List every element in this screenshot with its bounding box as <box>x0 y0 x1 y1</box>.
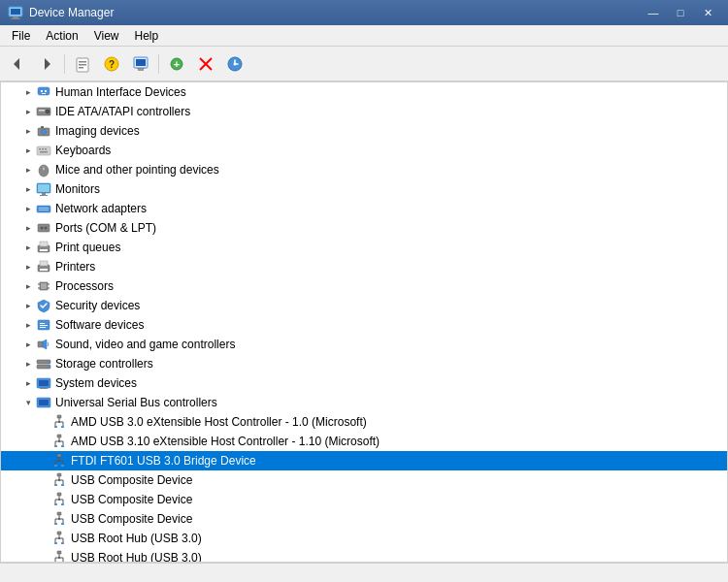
sound-icon <box>36 337 51 352</box>
svg-rect-27 <box>39 110 45 112</box>
svg-rect-41 <box>38 184 50 192</box>
back-button[interactable] <box>4 50 31 78</box>
svg-rect-45 <box>39 208 49 209</box>
svg-point-123 <box>58 518 60 520</box>
tree-item-storage[interactable]: ▸Storage controllers <box>1 354 727 373</box>
tree-item-sound[interactable]: ▸Sound, video and game controllers <box>1 335 727 354</box>
svg-point-107 <box>58 479 60 481</box>
tree-item-usb-comp-3[interactable]: USB Composite Device <box>1 509 727 529</box>
tree-label: Human Interface Devices <box>55 85 186 99</box>
svg-text:+: + <box>174 58 180 70</box>
system-icon <box>36 375 51 391</box>
printer-icon <box>36 259 51 275</box>
tree-item-usb-comp-1[interactable]: USB Composite Device <box>1 470 727 490</box>
svg-rect-7 <box>79 61 86 63</box>
svg-rect-47 <box>38 224 50 232</box>
update-driver-button[interactable] <box>221 50 248 78</box>
tree-chevron: ▸ <box>20 181 36 197</box>
tree-chevron: ▸ <box>20 375 36 391</box>
tree-item-print-queues[interactable]: ▸Print queues <box>1 238 727 257</box>
toolbar-sep-1 <box>64 54 65 74</box>
menu-view[interactable]: View <box>86 27 127 45</box>
tree-item-human-interface[interactable]: ▸Human Interface Devices <box>1 82 727 102</box>
tree-item-mice[interactable]: ▸Mice and other pointing devices <box>1 160 727 179</box>
window-controls: — □ ✕ <box>641 3 720 22</box>
svg-rect-97 <box>54 465 57 467</box>
status-bar <box>0 563 728 582</box>
tree-chevron: ▸ <box>20 278 36 294</box>
tree-chevron <box>36 472 51 488</box>
tree-item-ide-ata[interactable]: ▸IDE ATA/ATAPI controllers <box>1 102 727 121</box>
device-tree[interactable]: ▸Human Interface Devices▸IDE ATA/ATAPI c… <box>0 81 728 563</box>
svg-rect-1 <box>11 9 20 15</box>
tree-item-usb-comp-2[interactable]: USB Composite Device <box>1 490 727 509</box>
tree-item-usb-root-1[interactable]: USB Root Hub (USB 3.0) <box>1 529 727 548</box>
svg-rect-63 <box>40 323 45 324</box>
minimize-button[interactable]: — <box>641 3 666 22</box>
svg-rect-57 <box>41 283 47 289</box>
tree-item-processors[interactable]: ▸Processors <box>1 276 727 296</box>
svg-rect-42 <box>42 193 46 195</box>
tree-chevron: ▸ <box>20 143 36 158</box>
tree-item-usb-root-2[interactable]: USB Root Hub (USB 3.0) <box>1 548 727 563</box>
software-icon <box>36 317 51 333</box>
security-icon <box>36 298 51 313</box>
tree-item-system[interactable]: ▸System devices <box>1 373 727 393</box>
tree-item-monitors[interactable]: ▸Monitors <box>1 179 727 199</box>
tree-item-keyboards[interactable]: ▸Keyboards <box>1 141 727 160</box>
svg-point-70 <box>47 366 49 368</box>
tree-label: USB Composite Device <box>71 512 192 526</box>
remove-device-button[interactable] <box>192 50 219 78</box>
svg-rect-75 <box>39 400 49 405</box>
svg-rect-23 <box>41 90 43 92</box>
svg-rect-130 <box>61 542 64 544</box>
svg-rect-43 <box>40 195 48 196</box>
menu-help[interactable]: Help <box>127 27 167 45</box>
tree-label: Imaging devices <box>55 124 140 138</box>
usb-device-icon <box>51 453 67 469</box>
tree-item-security[interactable]: ▸Security devices <box>1 296 727 315</box>
tree-chevron: ▸ <box>20 317 36 333</box>
menu-action[interactable]: Action <box>38 27 85 45</box>
svg-rect-81 <box>54 426 57 428</box>
svg-rect-106 <box>61 484 64 486</box>
tree-item-ftdi[interactable]: FTDI FT601 USB 3.0 Bridge Device <box>1 451 727 470</box>
tree-item-printers[interactable]: ▸Printers <box>1 257 727 276</box>
tree-chevron: ▸ <box>20 259 36 275</box>
tree-label: USB Composite Device <box>71 473 192 487</box>
tree-label: System devices <box>55 376 137 390</box>
tree-label: Universal Serial Bus controllers <box>55 396 217 409</box>
tree-item-ports[interactable]: ▸Ports (COM & LPT) <box>1 218 727 238</box>
tree-item-amd-30[interactable]: AMD USB 3.0 eXtensible Host Controller -… <box>1 412 727 432</box>
forward-button[interactable] <box>33 50 60 78</box>
svg-rect-90 <box>61 445 64 447</box>
svg-point-69 <box>47 361 49 363</box>
svg-point-28 <box>46 110 50 113</box>
tree-item-imaging[interactable]: ▸Imaging devices <box>1 121 727 141</box>
svg-rect-15 <box>138 69 144 71</box>
tree-item-amd-310[interactable]: AMD USB 3.10 eXtensible Host Controller … <box>1 432 727 451</box>
svg-rect-121 <box>54 523 57 525</box>
svg-point-115 <box>58 499 60 501</box>
tree-chevron: ▸ <box>20 104 36 119</box>
svg-rect-105 <box>54 484 57 486</box>
svg-rect-3 <box>11 18 20 19</box>
properties-small-button[interactable] <box>69 50 96 78</box>
tree-item-network[interactable]: ▸Network adapters <box>1 199 727 218</box>
tree-item-usb[interactable]: ▾Universal Serial Bus controllers <box>1 393 727 412</box>
close-button[interactable]: ✕ <box>695 3 720 22</box>
usb-device-icon <box>51 434 67 449</box>
svg-rect-34 <box>42 148 44 150</box>
menu-file[interactable]: File <box>4 27 38 45</box>
maximize-button[interactable]: □ <box>668 3 693 22</box>
toolbar-sep-2 <box>158 54 159 74</box>
tree-label: USB Composite Device <box>71 493 192 506</box>
tree-label: Printers <box>55 260 95 274</box>
add-device-button[interactable]: + <box>163 50 190 78</box>
help-button[interactable]: ? <box>98 50 125 78</box>
svg-marker-5 <box>45 58 50 70</box>
svg-rect-25 <box>42 93 46 94</box>
svg-rect-51 <box>40 242 48 246</box>
view-button[interactable] <box>127 50 154 78</box>
tree-item-software[interactable]: ▸Software devices <box>1 315 727 335</box>
